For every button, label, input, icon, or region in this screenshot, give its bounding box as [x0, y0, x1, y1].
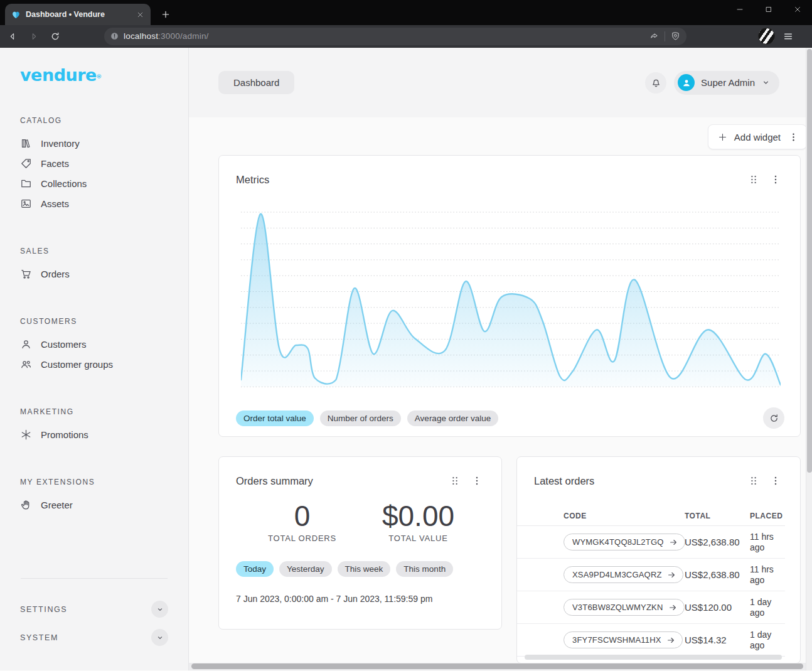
sidebar-item[interactable]: Promotions [0, 424, 188, 444]
window-minimize-button[interactable] [725, 0, 754, 19]
sidebar-item[interactable]: Customer groups [0, 354, 188, 374]
refresh-button[interactable] [763, 407, 784, 429]
order-code-link[interactable]: XSA9PD4LM3CGAQRZ [564, 566, 683, 583]
sidebar-collapsible-section[interactable]: SYSTEM [20, 623, 168, 652]
drag-handle-icon[interactable] [748, 174, 759, 185]
browser-profile-avatar[interactable] [758, 28, 775, 45]
sidebar-section: MARKETING Promotions [0, 407, 188, 444]
users-icon [20, 358, 32, 370]
stat-label: TOTAL ORDERS [244, 534, 360, 543]
summary-stat: 0 TOTAL ORDERS [244, 500, 360, 543]
date-range-pill[interactable]: This week [338, 561, 391, 577]
notifications-button[interactable] [645, 72, 666, 94]
forward-button[interactable] [25, 28, 43, 45]
order-code-link[interactable]: V3T6BW8ZQLWMYZKN [564, 599, 685, 616]
metric-toggle-pill[interactable]: Number of orders [320, 411, 401, 426]
site-info-icon[interactable] [110, 31, 119, 41]
sidebar-nav: CATALOG Inventory Facets [0, 85, 188, 515]
sidebar-item[interactable]: Collections [0, 173, 188, 193]
sidebar-item[interactable]: Orders [0, 264, 188, 284]
user-name: Super Admin [701, 77, 755, 88]
window-maximize-button[interactable] [754, 0, 783, 19]
book-icon [20, 137, 32, 149]
order-placed-at: 1 day ago [750, 597, 785, 618]
browser-menu-icon[interactable] [780, 28, 796, 45]
chevron-down-icon[interactable] [151, 601, 168, 618]
hand-icon [20, 499, 32, 511]
metric-toggle-pill[interactable]: Order total value [236, 411, 314, 426]
sidebar-item[interactable]: Inventory [0, 133, 188, 153]
sidebar-section-heading: MY EXTENSIONS [0, 477, 188, 487]
user-menu[interactable]: Super Admin [674, 71, 779, 95]
sidebar-item[interactable]: Greeter [0, 495, 188, 515]
kebab-menu-icon[interactable] [770, 174, 781, 185]
orders-summary-widget: Orders summary 0 TOTAL ORDERS [218, 456, 502, 630]
table-row: WYMGK4TQQ8JL2TGQ US$2,638.80 11 hrs ago [517, 526, 785, 559]
sidebar-item-label: Assets [41, 198, 69, 209]
url-text: localhost:3000/admin/ [124, 31, 209, 41]
table-header-row: CODE TOTAL PLACED AT [517, 506, 785, 526]
user-avatar-icon [678, 74, 695, 91]
order-code-link[interactable]: WYMGK4TQQ8JL2TGQ [564, 534, 685, 550]
sidebar-section-heading: SALES [0, 246, 188, 256]
horizontal-scrollbar-thumb[interactable] [191, 663, 803, 669]
arrow-right-icon [667, 571, 676, 579]
kebab-menu-icon[interactable] [471, 475, 483, 486]
sidebar-item-label: Facets [41, 158, 69, 169]
window-close-button[interactable] [783, 0, 812, 19]
breadcrumb[interactable]: Dashboard [218, 71, 294, 94]
summary-stat: $0.00 TOTAL VALUE [360, 500, 476, 543]
vendure-logo[interactable]: vendure® [20, 65, 97, 85]
sidebar-section: SALES Orders [0, 246, 188, 284]
table-row: 3FY7FSCWSHMA11HX US$14.32 1 day ago [517, 624, 785, 657]
horizontal-scrollbar-track[interactable] [189, 663, 806, 670]
drag-handle-icon[interactable] [748, 475, 759, 486]
order-code-link[interactable]: 3FY7FSCWSHMA11HX [564, 631, 683, 648]
chevron-down-icon[interactable] [151, 629, 168, 646]
date-range-pill[interactable]: Today [236, 561, 274, 577]
stat-value: 0 [244, 500, 360, 532]
chevron-down-icon [761, 78, 771, 87]
brave-shield-icon[interactable] [671, 31, 680, 41]
sidebar-item-label: Promotions [41, 429, 88, 440]
order-placed-at: 11 hrs ago [750, 532, 785, 553]
widget-title: Orders summary [236, 473, 449, 488]
back-button[interactable] [4, 28, 21, 45]
arrow-right-icon [669, 538, 678, 547]
cart-icon [20, 268, 32, 280]
widget-horizontal-scrollbar[interactable] [525, 655, 782, 660]
order-total: US$2,638.80 [685, 569, 750, 580]
url-bar[interactable]: localhost:3000/admin/ [104, 28, 686, 45]
reload-button[interactable] [46, 28, 64, 45]
folder-icon [20, 178, 32, 190]
browser-tab[interactable]: Dashboard • Vendure [5, 4, 151, 25]
sidebar-item-label: Inventory [41, 138, 80, 149]
sidebar-item[interactable]: Facets [0, 153, 188, 173]
sidebar-section-heading: CATALOG [0, 115, 188, 126]
sidebar-item-label: Customer groups [41, 359, 113, 370]
date-range-pill[interactable]: This month [396, 561, 453, 577]
plus-icon [717, 132, 728, 142]
browser-titlebar: Dashboard • Vendure [0, 0, 812, 25]
drag-handle-icon[interactable] [449, 475, 461, 486]
share-icon[interactable] [649, 31, 659, 41]
vendure-favicon-icon [11, 10, 21, 19]
snowflake-icon [20, 429, 32, 441]
sidebar-section: CUSTOMERS Customers Customer groups [0, 316, 188, 374]
add-widget-button[interactable]: Add widget [708, 124, 807, 149]
sidebar-item[interactable]: Assets [0, 193, 188, 213]
tab-close-icon[interactable] [134, 9, 146, 20]
metric-toggle-pill[interactable]: Average order value [407, 411, 498, 426]
kebab-menu-icon[interactable] [770, 475, 781, 486]
sidebar-collapsible-section[interactable]: SETTINGS [20, 595, 168, 623]
vertical-scrollbar-thumb[interactable] [807, 49, 812, 473]
latest-orders-widget: Latest orders CODE TOTAL PLACED AT [516, 456, 801, 663]
main-area: Dashboard Super Admin Add widget [189, 48, 812, 670]
kebab-menu-icon[interactable] [788, 132, 799, 142]
sidebar-item[interactable]: Customers [0, 334, 188, 354]
date-range-pill[interactable]: Yesterday [279, 561, 332, 577]
new-tab-button[interactable] [157, 6, 174, 23]
browser-toolbar: localhost:3000/admin/ [0, 25, 812, 48]
vertical-scrollbar-track[interactable] [806, 48, 812, 670]
column-header-code: CODE [564, 512, 685, 520]
